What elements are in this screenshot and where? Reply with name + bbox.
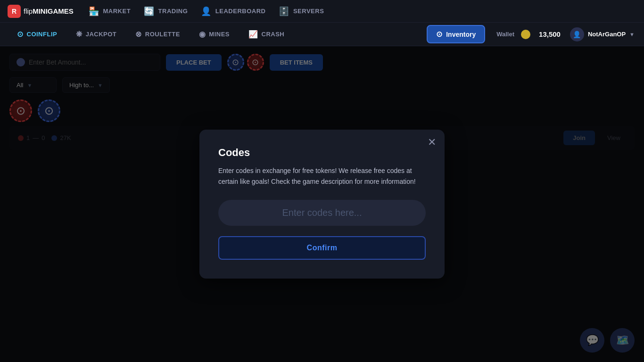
coinflip-icon: ⊙ xyxy=(17,30,24,39)
wallet-coin-icon xyxy=(521,30,530,39)
nav-market[interactable]: 🏪 MARKET xyxy=(89,6,131,16)
logo[interactable]: R flipMINIGAMES xyxy=(8,5,74,18)
modal-title: Codes xyxy=(218,147,426,159)
modal-description: Enter codes in exchange for free tokens!… xyxy=(218,165,426,187)
tab-mines[interactable]: ◉ MINES xyxy=(191,26,237,42)
logo-icon: R xyxy=(8,5,21,18)
code-input-wrapper xyxy=(218,200,426,226)
user-menu[interactable]: 👤 NotArGanOP ▼ xyxy=(570,27,635,41)
modal-close-button[interactable]: ✕ xyxy=(428,137,436,148)
game-navigation: ⊙ COINFLIP ❋ JACKPOT ⊗ ROULETTE ◉ MINES … xyxy=(0,23,644,46)
top-navigation: R flipMINIGAMES 🏪 MARKET 🔄 TRADING 👤 LEA… xyxy=(0,0,644,23)
nav-servers[interactable]: 🗄️ SERVERS xyxy=(279,6,324,16)
nav-leaderboard[interactable]: 👤 LEADERBOARD xyxy=(201,6,265,16)
tab-crash[interactable]: 📈 CRASH xyxy=(241,26,292,42)
roulette-icon: ⊗ xyxy=(135,30,142,39)
leaderboard-icon: 👤 xyxy=(201,6,212,16)
crash-icon: 📈 xyxy=(248,30,258,39)
inventory-button[interactable]: ⊙ Inventory xyxy=(427,25,485,43)
avatar: 👤 xyxy=(570,27,584,41)
mines-icon: ◉ xyxy=(199,30,206,39)
servers-icon: 🗄️ xyxy=(279,6,289,16)
modal-overlay: ✕ Codes Enter codes in exchange for free… xyxy=(0,46,644,362)
tab-jackpot[interactable]: ❋ JACKPOT xyxy=(68,26,124,42)
nav-trading[interactable]: 🔄 TRADING xyxy=(144,6,188,16)
tab-roulette[interactable]: ⊗ ROULETTE xyxy=(128,26,188,42)
confirm-button[interactable]: Confirm xyxy=(218,236,426,260)
wallet-area: Wallet 13,500 xyxy=(496,30,561,39)
inventory-icon: ⊙ xyxy=(436,30,442,39)
market-icon: 🏪 xyxy=(89,6,99,16)
dropdown-arrow-icon: ▼ xyxy=(629,32,635,37)
codes-modal: ✕ Codes Enter codes in exchange for free… xyxy=(199,130,445,279)
close-icon: ✕ xyxy=(428,136,436,148)
jackpot-icon: ❋ xyxy=(76,30,83,39)
nav-items: 🏪 MARKET 🔄 TRADING 👤 LEADERBOARD 🗄️ SERV… xyxy=(89,6,636,16)
code-input[interactable] xyxy=(230,207,414,218)
trading-icon: 🔄 xyxy=(144,6,155,16)
main-content: PLACE BET ⊙ ⊙ BET ITEMS All ▼ High to...… xyxy=(0,46,644,362)
wallet-label: Wallet xyxy=(496,31,514,38)
tab-coinflip[interactable]: ⊙ COINFLIP xyxy=(9,26,65,42)
username: NotArGanOP xyxy=(588,31,626,38)
logo-flip: flipMINIGAMES xyxy=(24,7,74,15)
wallet-balance: 13,500 xyxy=(539,30,561,38)
